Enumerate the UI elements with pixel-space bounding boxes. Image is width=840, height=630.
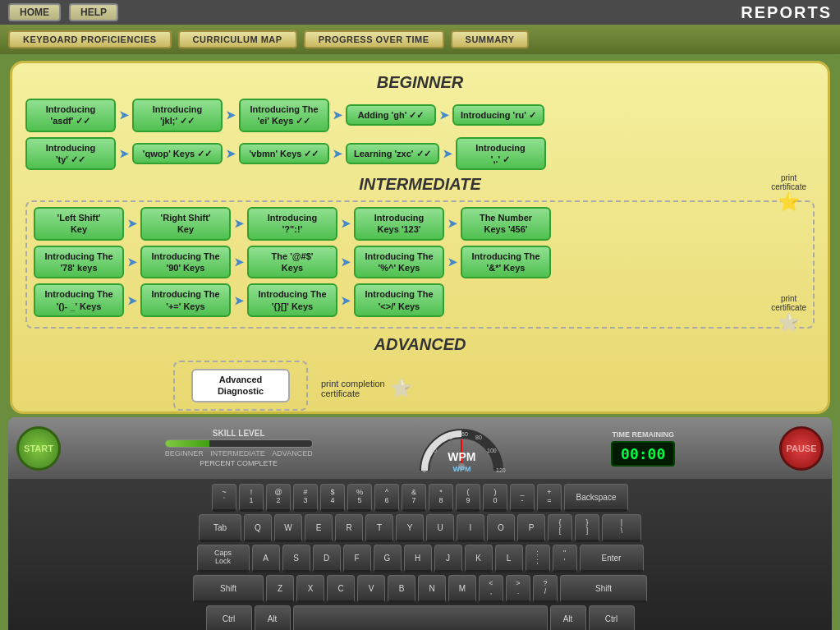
key-d[interactable]: D: [313, 545, 341, 573]
key-right-alt[interactable]: Alt: [550, 605, 586, 630]
print-cert-silver-area[interactable]: printcertificate ⭐: [771, 294, 806, 333]
print-cert-silver-label: printcertificate: [771, 294, 806, 312]
key-1[interactable]: !1: [239, 484, 264, 512]
key-c[interactable]: C: [327, 575, 355, 603]
tab-progress-over-time[interactable]: PROGRESS OVER TIME: [304, 30, 444, 48]
skill-bar: [165, 439, 313, 448]
key-a[interactable]: A: [252, 545, 280, 573]
key-backspace[interactable]: Backspace: [564, 484, 628, 512]
key-rbracket[interactable]: }]: [575, 514, 599, 542]
key-tilde[interactable]: ~`: [212, 484, 236, 512]
lesson-introducing-asdf[interactable]: Introducing'asdf' ✓✓: [25, 99, 116, 132]
lesson-introducing-ru[interactable]: Introducing 'ru' ✓: [452, 104, 544, 126]
key-u[interactable]: U: [426, 514, 454, 542]
key-b[interactable]: B: [388, 575, 415, 603]
lesson-right-shift[interactable]: 'Right Shift'Key: [140, 207, 231, 241]
lesson-percent-caret[interactable]: Introducing The'%^' Keys: [354, 246, 444, 279]
key-left-ctrl[interactable]: Ctrl: [206, 605, 252, 630]
key-left-shift[interactable]: Shift: [193, 575, 264, 603]
lesson-braces[interactable]: Introducing The'{}[]' Keys: [247, 283, 337, 317]
help-button[interactable]: HELP: [69, 3, 118, 21]
advanced-print-cert[interactable]: print completioncertificate ⭐: [321, 378, 412, 399]
key-n[interactable]: N: [418, 575, 446, 603]
key-p[interactable]: P: [517, 514, 545, 542]
lesson-keys-90[interactable]: Introducing The'90' Keys: [140, 246, 231, 279]
lesson-keys-78[interactable]: Introducing The'78' keys: [34, 246, 124, 279]
key-e[interactable]: E: [305, 514, 333, 542]
lesson-qwop[interactable]: 'qwop' Keys ✓✓: [132, 143, 223, 164]
key-w[interactable]: W: [274, 514, 302, 542]
home-button[interactable]: HOME: [8, 3, 61, 21]
lesson-zxc[interactable]: Learning 'zxc' ✓✓: [346, 143, 439, 164]
lesson-plus-equal[interactable]: Introducing The'+=' Keys: [140, 283, 231, 317]
lesson-angle[interactable]: Introducing The'<>/' Keys: [354, 283, 444, 317]
key-left-alt[interactable]: Alt: [255, 605, 291, 630]
key-period[interactable]: >.: [506, 575, 530, 603]
key-m[interactable]: M: [448, 575, 476, 603]
key-h[interactable]: H: [404, 545, 432, 573]
key-y[interactable]: Y: [396, 514, 424, 542]
lesson-left-shift[interactable]: 'Left Shift'Key: [34, 207, 124, 241]
key-semicolon[interactable]: :;: [526, 545, 550, 573]
key-space[interactable]: [293, 605, 548, 630]
lesson-keys-123[interactable]: IntroducingKeys '123': [354, 207, 444, 241]
key-4[interactable]: $4: [320, 484, 345, 512]
lesson-introducing-jkl[interactable]: Introducing'jkl;' ✓✓: [132, 99, 223, 132]
lesson-advanced-diagnostic[interactable]: AdvancedDiagnostic: [191, 369, 290, 402]
print-cert-gold-area[interactable]: printcertificate ⭐: [771, 173, 806, 213]
lesson-punctuation[interactable]: Introducing'?":!': [247, 207, 337, 241]
arrow-18: ➤: [234, 294, 244, 307]
lesson-introducing-ei[interactable]: Introducing The'ei' Keys ✓✓: [239, 99, 329, 132]
key-g[interactable]: G: [374, 545, 402, 573]
key-i[interactable]: I: [457, 514, 484, 542]
pause-button[interactable]: PAUSE: [779, 426, 824, 471]
key-lbracket[interactable]: {[: [548, 514, 572, 542]
key-6[interactable]: ^6: [374, 484, 399, 512]
beginner-row-1: Introducing'asdf' ✓✓ ➤ Introducing'jkl;'…: [25, 99, 815, 132]
key-comma[interactable]: <,: [479, 575, 503, 603]
key-backslash[interactable]: |\: [602, 514, 641, 542]
lesson-at-hash[interactable]: The '@#$'Keys: [247, 246, 337, 279]
key-o[interactable]: O: [487, 514, 515, 542]
key-r[interactable]: R: [335, 514, 363, 542]
key-l[interactable]: L: [495, 545, 523, 573]
key-5[interactable]: %5: [347, 484, 372, 512]
lesson-vbmn[interactable]: 'vbmn' Keys ✓✓: [239, 143, 329, 164]
key-7[interactable]: &7: [402, 484, 426, 512]
tab-keyboard-proficiencies[interactable]: KEYBOARD PROFICIENCIES: [8, 30, 172, 48]
key-2[interactable]: @2: [266, 484, 291, 512]
key-equals[interactable]: +=: [537, 484, 562, 512]
key-z[interactable]: Z: [266, 575, 294, 603]
key-minus[interactable]: _-: [510, 484, 535, 512]
tab-curriculum-map[interactable]: CURRICULUM MAP: [178, 30, 297, 48]
lesson-keys-456[interactable]: The NumberKeys '456': [461, 207, 551, 241]
key-3[interactable]: #3: [293, 484, 318, 512]
lesson-paren-minus[interactable]: Introducing The'()- _' Keys: [34, 283, 124, 317]
start-button[interactable]: START: [16, 426, 61, 471]
key-t[interactable]: T: [365, 514, 393, 542]
percent-complete-label: PERCENT COMPLETE: [165, 459, 313, 467]
key-quote[interactable]: "': [553, 545, 577, 573]
key-j[interactable]: J: [434, 545, 462, 573]
lesson-comma-period[interactable]: Introducing',.' ✓: [456, 137, 546, 171]
key-capslock[interactable]: CapsLock: [197, 545, 250, 573]
key-9[interactable]: (9: [456, 484, 480, 512]
key-f[interactable]: F: [343, 545, 371, 573]
key-slash[interactable]: ?/: [533, 575, 558, 603]
key-enter[interactable]: Enter: [580, 545, 644, 573]
key-8[interactable]: *8: [429, 484, 453, 512]
key-k[interactable]: K: [465, 545, 493, 573]
key-v[interactable]: V: [357, 575, 385, 603]
beginner-title: BEGINNER: [25, 73, 815, 92]
key-right-shift[interactable]: Shift: [560, 575, 647, 603]
tab-summary[interactable]: SUMMARY: [451, 30, 530, 48]
key-right-ctrl[interactable]: Ctrl: [589, 605, 635, 630]
key-x[interactable]: X: [296, 575, 324, 603]
key-q[interactable]: Q: [244, 514, 272, 542]
lesson-introducing-ty[interactable]: Introducing'ty' ✓✓: [25, 137, 116, 171]
lesson-amp-star[interactable]: Introducing The'&*' Keys: [461, 246, 551, 279]
key-s[interactable]: S: [282, 545, 310, 573]
key-tab[interactable]: Tab: [199, 514, 241, 542]
lesson-adding-gh[interactable]: Adding 'gh' ✓✓: [346, 104, 436, 126]
key-0[interactable]: )0: [483, 484, 507, 512]
